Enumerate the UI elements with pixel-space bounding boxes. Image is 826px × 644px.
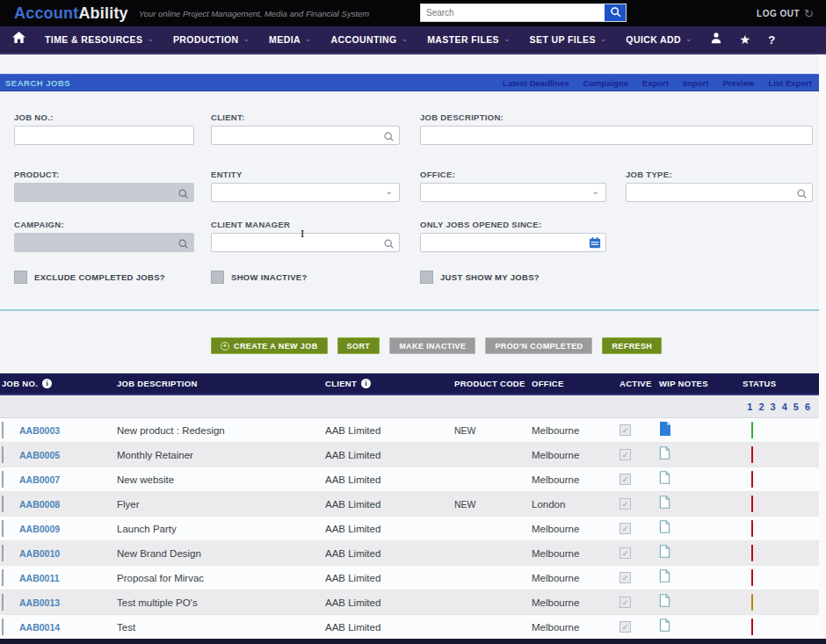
wip-note-icon[interactable]	[659, 595, 670, 610]
page-2[interactable]: 2	[758, 402, 764, 412]
user-profile-button[interactable]	[710, 32, 722, 47]
link-preview[interactable]: Preview	[722, 78, 754, 88]
column-product-code[interactable]: PRODUCT CODE	[454, 379, 532, 388]
home-button[interactable]	[12, 32, 25, 47]
nav-item-time-resources[interactable]: TIME & RESOURCES⌄	[45, 34, 154, 45]
column-active[interactable]: ACTIVE	[620, 379, 659, 388]
wip-note-icon[interactable]	[659, 423, 671, 438]
opened-since-field[interactable]	[421, 237, 605, 248]
job-description-cell: Proposal for Mirvac	[117, 573, 325, 583]
info-icon[interactable]: i	[361, 379, 371, 388]
job-no-link[interactable]: AAB0003	[18, 425, 117, 436]
status-pill[interactable]	[751, 471, 753, 488]
link-import[interactable]: Import	[683, 78, 709, 88]
row-select-checkbox[interactable]	[2, 446, 4, 463]
wip-note-icon[interactable]	[659, 521, 670, 536]
info-icon[interactable]: i	[42, 379, 52, 388]
exclude-completed-checkbox[interactable]	[14, 271, 27, 284]
just-show-my-jobs-checkbox[interactable]	[420, 271, 433, 284]
page-4[interactable]: 4	[782, 402, 787, 412]
wip-note-icon[interactable]	[659, 570, 670, 585]
job-description-field[interactable]	[421, 130, 812, 141]
nav-item-media[interactable]: MEDIA⌄	[269, 34, 311, 45]
chevron-down-icon: ⌄	[685, 35, 692, 43]
chevron-down-icon: ⌄	[600, 35, 607, 43]
job-no-link[interactable]: AAB0014	[18, 622, 117, 633]
entity-select[interactable]: ⌄	[211, 183, 400, 202]
job-no-link[interactable]: AAB0007	[18, 474, 117, 485]
row-select-checkbox[interactable]	[2, 594, 4, 611]
column-job-description[interactable]: JOB DESCRIPTION	[117, 379, 325, 388]
row-select-checkbox[interactable]	[2, 422, 4, 438]
office-select[interactable]: ⌄	[420, 183, 606, 202]
row-select-checkbox[interactable]	[2, 520, 4, 537]
job-no-field[interactable]	[15, 130, 193, 141]
show-inactive-checkbox[interactable]	[211, 271, 224, 284]
wip-note-icon[interactable]	[659, 447, 670, 462]
prodn-completed-button[interactable]: PROD'N COMPLETED	[485, 337, 592, 354]
refresh-button[interactable]: REFRESH	[602, 337, 662, 354]
search-lookup-icon[interactable]	[383, 130, 395, 146]
job-no-link[interactable]: AAB0011	[18, 573, 117, 583]
nav-item-quick-add[interactable]: QUICK ADD⌄	[626, 34, 692, 45]
make-inactive-button[interactable]: MAKE INACTIVE	[389, 337, 475, 354]
job-no-link[interactable]: AAB0010	[18, 548, 117, 559]
product-code-cell: NEW	[454, 499, 532, 510]
logout-button[interactable]: LOG OUT ↻	[757, 0, 814, 26]
column-client[interactable]: CLIENT i	[325, 379, 454, 388]
nav-item-accounting[interactable]: ACCOUNTING⌄	[331, 34, 409, 45]
column-office[interactable]: OFFICE	[532, 379, 620, 388]
wip-note-icon[interactable]	[659, 619, 670, 634]
wip-note-icon[interactable]	[659, 546, 670, 561]
column-status[interactable]: STATUS	[743, 379, 819, 388]
job-no-link[interactable]: AAB0005	[18, 450, 117, 460]
table-row: AAB0011 Proposal for Mirvac AAB Limited …	[0, 566, 819, 590]
sort-button[interactable]: SORT	[337, 337, 380, 354]
client-field[interactable]	[212, 130, 399, 141]
page-1[interactable]: 1	[747, 402, 752, 412]
page-5[interactable]: 5	[793, 402, 799, 412]
table-row: AAB0010 New Brand Design AAB Limited Mel…	[0, 541, 819, 566]
search-lookup-icon[interactable]	[796, 187, 808, 203]
scrollbar-track[interactable]	[819, 54, 826, 644]
job-no-link[interactable]: AAB0009	[18, 524, 117, 534]
status-pill[interactable]	[751, 446, 753, 463]
chevron-down-icon: ⌄	[402, 35, 409, 43]
column-wip-notes[interactable]: WIP NOTES	[659, 379, 743, 388]
search-input[interactable]	[421, 4, 605, 21]
search-lookup-icon[interactable]	[383, 237, 395, 253]
link-export[interactable]: Export	[642, 78, 669, 88]
status-pill[interactable]	[751, 545, 753, 561]
row-select-checkbox[interactable]	[2, 496, 4, 512]
nav-item-set-up-files[interactable]: SET UP FILES⌄	[530, 34, 607, 45]
client-manager-field[interactable]	[212, 237, 399, 248]
wip-note-icon[interactable]	[659, 496, 670, 511]
status-pill[interactable]	[751, 569, 753, 586]
calendar-icon[interactable]	[589, 236, 601, 252]
job-type-field[interactable]	[627, 187, 812, 198]
job-no-link[interactable]: AAB0008	[18, 499, 117, 510]
status-pill[interactable]	[751, 594, 753, 611]
row-select-checkbox[interactable]	[2, 545, 4, 561]
favorites-button[interactable]: ★	[740, 33, 751, 47]
nav-item-master-files[interactable]: MASTER FILES⌄	[427, 34, 510, 45]
link-list-export[interactable]: List Export	[768, 78, 812, 88]
nav-item-production[interactable]: PRODUCTION⌄	[173, 34, 250, 45]
row-select-checkbox[interactable]	[2, 619, 4, 635]
column-job-no[interactable]: JOB NO. i	[0, 379, 117, 388]
status-pill[interactable]	[751, 619, 753, 635]
status-pill[interactable]	[751, 422, 753, 438]
link-latest-deadlines[interactable]: Latest Deadlines	[503, 78, 569, 88]
row-select-checkbox[interactable]	[2, 569, 4, 586]
help-button[interactable]: ?	[768, 33, 775, 47]
status-pill[interactable]	[751, 496, 753, 512]
page-3[interactable]: 3	[771, 402, 776, 412]
link-campaigns[interactable]: Campaigns	[583, 78, 628, 88]
wip-note-icon[interactable]	[659, 472, 670, 487]
page-6[interactable]: 6	[805, 402, 810, 412]
job-no-link[interactable]: AAB0013	[18, 597, 117, 608]
create-new-job-button[interactable]: + CREATE A NEW JOB	[211, 337, 328, 354]
row-select-checkbox[interactable]	[2, 471, 4, 488]
status-pill[interactable]	[751, 520, 753, 537]
search-button[interactable]	[605, 4, 626, 21]
